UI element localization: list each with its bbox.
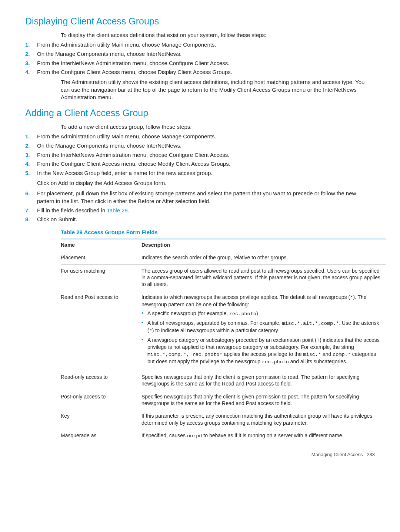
step-text: For placement, pull down the list box of… (37, 190, 375, 205)
table-row: Read and Post access to Indicates to whi… (61, 291, 386, 371)
table-ref-link[interactable]: Table 29 (107, 207, 128, 213)
nested-bullets: •A specific newsgroup (for example, rec.… (141, 310, 383, 365)
code-fragment: comp.* (333, 352, 351, 357)
bullet-fragment: A specific newsgroup (for example, (147, 310, 229, 316)
access-groups-table: Name Description Placement Indicates the… (61, 239, 386, 442)
table-row: For users matching The access group of u… (61, 264, 386, 291)
list-item: 6.For placement, pull down the list box … (25, 190, 375, 205)
list-item: •A newsgroup category or subcategory pre… (141, 337, 383, 366)
code-fragment: misc.*,alt.*,comp.* (282, 321, 339, 326)
code-fragment: ! (317, 338, 320, 343)
page-footer: Managing Client Access 233 (25, 451, 375, 458)
code-fragment: rec.photo (262, 359, 289, 365)
step-fragment: Fill in the fields described in (37, 207, 107, 213)
step-number: 5. (25, 169, 37, 188)
bullet-icon: • (141, 320, 147, 334)
cell-desc: Indicates to which newsgroups the access… (141, 291, 386, 371)
bullet-fragment: and (321, 351, 333, 357)
cell-desc: The access group of users allowed to rea… (141, 264, 386, 291)
bullet-fragment: applies the access privilege to the (223, 351, 303, 357)
code-fragment: nnrpd (187, 433, 202, 439)
table-row: Placement Indicates the search order of … (61, 251, 386, 264)
step-number: 8. (25, 216, 37, 223)
footer-section-label: Managing Client Access (311, 452, 363, 457)
step-text: From the Administration utility Main men… (37, 133, 375, 141)
bullet-fragment: A list of newsgroups, separated by comma… (147, 320, 282, 326)
desc-fragment: Indicates to which newsgroups the access… (141, 294, 350, 300)
list-item: 1.From the Administration utility Main m… (25, 41, 375, 49)
step-text: On the Manage Components menu, choose In… (37, 50, 375, 58)
intro-paragraph-2: To add a new client access group, follow… (61, 123, 375, 131)
steps-list-1: 1.From the Administration utility Main m… (25, 41, 375, 76)
step-text: On the Manage Components menu, choose In… (37, 142, 375, 150)
bullet-body: A specific newsgroup (for example, rec.p… (147, 310, 383, 317)
cell-name: Read and Post access to (61, 291, 141, 371)
table-row: Key If this parameter is present, any co… (61, 410, 386, 429)
step-text: From the Configure Client Access menu, c… (37, 160, 375, 168)
step-text: Click on Submit. (37, 216, 375, 223)
bullet-body: A newsgroup category or subcategory prec… (147, 337, 383, 366)
list-item: 8.Click on Submit. (25, 216, 375, 223)
list-item: 1.From the Administration utility Main m… (25, 133, 375, 141)
step-text: From the InterNetNews Administration men… (37, 151, 375, 159)
step-text: Fill in the fields described in Table 29… (37, 207, 375, 215)
cell-name: Key (61, 410, 141, 429)
list-item: 2.On the Manage Components menu, choose … (25, 142, 375, 150)
step-number: 7. (25, 207, 37, 215)
table-caption: Table 29 Access Groups Form Fields (61, 229, 375, 236)
list-item: 2.On the Manage Components menu, choose … (25, 50, 375, 58)
cell-name: Placement (61, 251, 141, 264)
desc-fragment: to behave as if it is running on a serve… (202, 432, 343, 438)
list-item: •A list of newsgroups, separated by comm… (141, 320, 383, 334)
bullet-fragment: ) (256, 310, 258, 316)
heading-displaying: Displaying Client Access Groups (25, 15, 375, 28)
footer-page-number: 233 (367, 452, 375, 457)
step-number: 3. (25, 151, 37, 159)
cell-name: Read-only access to (61, 371, 141, 390)
list-item: 4.From the Configure Client Access menu,… (25, 68, 375, 76)
step-text: From the InterNetNews Administration men… (37, 60, 375, 67)
steps-list-2: 1.From the Administration utility Main m… (25, 133, 375, 223)
table-row: Post-only access to Specifies newsgroups… (61, 390, 386, 410)
step-number: 2. (25, 142, 37, 150)
list-item: 7. Fill in the fields described in Table… (25, 207, 375, 215)
desc-fragment: If specified, causes (141, 432, 187, 438)
bullet-fragment: A newsgroup category or subcategory prec… (147, 337, 317, 343)
step-text: From the Configure Client Access menu, c… (37, 68, 375, 76)
step-number: 1. (25, 133, 37, 141)
step-number: 4. (25, 160, 37, 168)
list-item: 4.From the Configure Client Access menu,… (25, 160, 375, 168)
cell-name: Masquerade as (61, 429, 141, 442)
code-fragment: misc.*,comp.*,!rec.photo* (147, 352, 223, 357)
table-header-row: Name Description (61, 239, 386, 251)
heading-adding: Adding a Client Access Group (25, 107, 375, 119)
table-row: Read-only access to Specifies newsgroups… (61, 371, 386, 390)
code-fragment: misc.* (303, 352, 321, 357)
intro-paragraph: To display the client access definitions… (61, 31, 375, 39)
list-item: 3.From the InterNetNews Administration m… (25, 151, 375, 159)
cell-desc: Specifies newsgroups that only the clien… (141, 371, 386, 390)
step-number: 6. (25, 190, 37, 205)
step-subline: Click on Add to display the Add Access G… (37, 179, 375, 187)
step-fragment: . (128, 207, 129, 213)
step-text: From the Administration utility Main men… (37, 41, 375, 49)
cell-name: Post-only access to (61, 390, 141, 410)
code-fragment: * (149, 328, 152, 334)
step-line: In the New Access Group field, enter a n… (37, 170, 213, 176)
bullet-icon: • (141, 310, 147, 317)
code-fragment: rec.photo (229, 311, 256, 317)
col-desc-header: Description (141, 239, 386, 251)
list-item: 5. In the New Access Group field, enter … (25, 169, 375, 188)
list-item: •A specific newsgroup (for example, rec.… (141, 310, 383, 317)
cell-desc: Specifies newsgroups that only the clien… (141, 390, 386, 410)
cell-desc: If specified, causes nnrpd to behave as … (141, 429, 386, 442)
step-text: In the New Access Group field, enter a n… (37, 169, 375, 188)
step-number: 3. (25, 60, 37, 67)
bullet-fragment: and all its subcategories. (289, 358, 347, 364)
cell-desc: If this parameter is present, any connec… (141, 410, 386, 429)
bullet-icon: • (141, 337, 147, 366)
step-number: 4. (25, 68, 37, 76)
bullet-body: A list of newsgroups, separated by comma… (147, 320, 383, 334)
cell-name: For users matching (61, 264, 141, 291)
cell-desc: Indicates the search order of the group,… (141, 251, 386, 264)
